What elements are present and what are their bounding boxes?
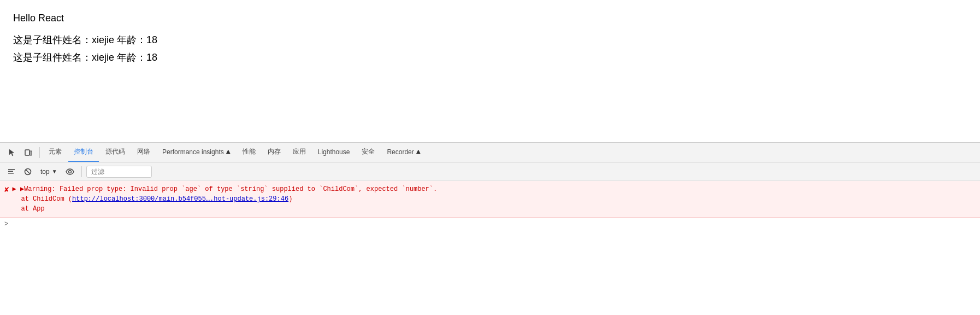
svg-rect-0 bbox=[25, 150, 29, 155]
toggle-device-button[interactable] bbox=[21, 145, 36, 160]
page-line-2: 这是子组件姓名：xiejie 年龄：18 bbox=[13, 49, 967, 66]
tab-performance[interactable]: 性能 bbox=[237, 143, 261, 162]
stop-button[interactable] bbox=[21, 165, 35, 179]
inspect-element-button[interactable] bbox=[4, 145, 20, 160]
error-source-link[interactable]: http://localhost:3000/main.b54f055….hot-… bbox=[72, 195, 288, 203]
tab-application[interactable]: 应用 bbox=[287, 143, 311, 162]
svg-rect-2 bbox=[8, 169, 15, 170]
tab-sources[interactable]: 源代码 bbox=[100, 143, 131, 162]
svg-rect-3 bbox=[8, 171, 13, 172]
tab-memory[interactable]: 内存 bbox=[262, 143, 286, 162]
console-prompt: > bbox=[0, 218, 980, 230]
page-line-1: 这是子组件姓名：xiejie 年龄：18 bbox=[13, 31, 967, 49]
tab-recorder[interactable]: Recorder bbox=[381, 143, 426, 162]
toolbar-divider-1 bbox=[39, 147, 40, 158]
error-icon: ✘ bbox=[4, 185, 9, 194]
devtools-tabbar: 元素 控制台 源代码 网络 Performance insights 性能 内存… bbox=[0, 143, 980, 162]
devtools-panel: 元素 控制台 源代码 网络 Performance insights 性能 内存… bbox=[0, 142, 980, 230]
prompt-arrow: > bbox=[4, 220, 8, 228]
top-context-selector[interactable]: top ▼ bbox=[37, 165, 61, 178]
page-content: Hello React 这是子组件姓名：xiejie 年龄：18 这是子组件姓名… bbox=[0, 0, 980, 142]
error-toggle-arrow[interactable]: ▶ bbox=[12, 185, 16, 193]
error-main-line: ▶ ▶Warning: Failed prop type: Invalid pr… bbox=[12, 184, 976, 194]
svg-rect-1 bbox=[30, 151, 32, 155]
clear-console-button[interactable] bbox=[4, 165, 19, 179]
tab-security[interactable]: 安全 bbox=[356, 143, 380, 162]
error-text-block: ▶ ▶Warning: Failed prop type: Invalid pr… bbox=[12, 184, 976, 214]
tab-network[interactable]: 网络 bbox=[132, 143, 156, 162]
console-output: ✘ ▶ ▶Warning: Failed prop type: Invalid … bbox=[0, 181, 980, 230]
console-divider bbox=[81, 166, 82, 177]
recorder-badge bbox=[416, 150, 421, 154]
page-title: Hello React bbox=[13, 11, 967, 26]
error-at-app: at App bbox=[21, 204, 976, 214]
tab-console[interactable]: 控制台 bbox=[68, 143, 99, 162]
error-at-childcom: at ChildCom (http://localhost:3000/main.… bbox=[21, 194, 976, 204]
live-expressions-button[interactable] bbox=[63, 165, 77, 179]
tab-lighthouse[interactable]: Lighthouse bbox=[312, 143, 356, 162]
console-input[interactable] bbox=[13, 220, 976, 228]
error-row: ✘ ▶ ▶Warning: Failed prop type: Invalid … bbox=[0, 181, 980, 218]
svg-line-6 bbox=[26, 170, 30, 174]
console-toolbar: top ▼ bbox=[0, 162, 980, 181]
tab-elements[interactable]: 元素 bbox=[43, 143, 67, 162]
svg-point-7 bbox=[68, 170, 71, 173]
top-dropdown-arrow: ▼ bbox=[52, 168, 57, 174]
performance-insights-badge bbox=[226, 150, 231, 154]
filter-input[interactable] bbox=[86, 166, 152, 178]
tab-performance-insights[interactable]: Performance insights bbox=[157, 143, 236, 162]
svg-rect-4 bbox=[8, 173, 14, 174]
